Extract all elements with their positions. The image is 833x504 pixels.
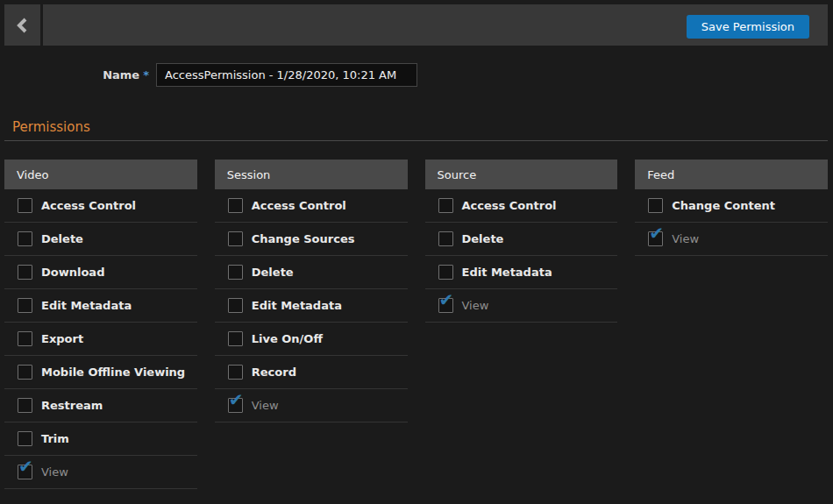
section-divider bbox=[4, 140, 828, 141]
permission-row[interactable]: ✔ View bbox=[425, 289, 618, 323]
permission-row[interactable]: ✔ Access Control bbox=[215, 189, 408, 223]
column-title: Session bbox=[227, 168, 271, 181]
permission-column: Session ✔ Access Control ✔ Change Source… bbox=[215, 160, 408, 422]
permission-row[interactable]: ✔ Record bbox=[215, 356, 408, 389]
checkbox[interactable]: ✔ bbox=[438, 298, 453, 313]
permission-row[interactable]: ✔ Access Control bbox=[4, 189, 197, 223]
permission-row[interactable]: ✔ Delete bbox=[215, 256, 408, 289]
checkbox[interactable]: ✔ bbox=[18, 298, 32, 313]
checkbox[interactable]: ✔ bbox=[18, 365, 32, 380]
permission-row[interactable]: ✔ Change Sources bbox=[215, 223, 408, 256]
checkmark-icon: ✔ bbox=[229, 391, 244, 408]
permission-label: Record bbox=[252, 366, 296, 379]
checkbox[interactable]: ✔ bbox=[18, 431, 32, 446]
checkbox[interactable]: ✔ bbox=[438, 265, 453, 280]
permission-row[interactable]: ✔ Download bbox=[4, 256, 197, 289]
permission-row[interactable]: ✔ Delete bbox=[4, 223, 197, 256]
permission-label: View bbox=[462, 299, 489, 312]
permission-row[interactable]: ✔ Trim bbox=[4, 422, 197, 456]
permission-label: Access Control bbox=[41, 199, 136, 212]
checkbox[interactable]: ✔ bbox=[18, 398, 32, 413]
checkmark-icon: ✔ bbox=[439, 291, 454, 309]
checkbox[interactable]: ✔ bbox=[18, 265, 32, 280]
permission-label: Live On/Off bbox=[252, 332, 323, 345]
permission-label: Change Content bbox=[672, 199, 775, 212]
checkbox[interactable]: ✔ bbox=[438, 231, 453, 246]
checkbox[interactable]: ✔ bbox=[228, 265, 243, 280]
permission-row[interactable]: ✔ View bbox=[635, 223, 828, 256]
permission-label: Edit Metadata bbox=[252, 299, 342, 312]
permission-label: Delete bbox=[41, 232, 83, 245]
name-label: Name* bbox=[0, 68, 149, 82]
permission-row[interactable]: ✔ Live On/Off bbox=[215, 323, 408, 356]
permission-row[interactable]: ✔ Edit Metadata bbox=[425, 256, 618, 289]
name-field-row: Name* bbox=[0, 63, 833, 87]
column-header: Feed bbox=[635, 160, 828, 189]
column-rows: ✔ Access Control ✔ Delete ✔ Download ✔ E… bbox=[4, 189, 197, 489]
back-button[interactable] bbox=[4, 4, 40, 46]
permission-label: Edit Metadata bbox=[462, 266, 552, 279]
column-header: Source bbox=[425, 160, 618, 189]
checkbox[interactable]: ✔ bbox=[228, 231, 243, 246]
permission-row[interactable]: ✔ Mobile Offline Viewing bbox=[4, 356, 197, 389]
topbar-background: Save Permission bbox=[43, 4, 828, 46]
column-rows: ✔ Access Control ✔ Delete ✔ Edit Metadat… bbox=[425, 189, 618, 323]
permission-row[interactable]: ✔ Access Control bbox=[425, 189, 618, 223]
permission-row[interactable]: ✔ Change Content bbox=[635, 189, 828, 223]
permission-row[interactable]: ✔ Edit Metadata bbox=[215, 289, 408, 323]
permission-label: Restream bbox=[41, 399, 103, 412]
name-input[interactable] bbox=[156, 63, 417, 87]
checkbox[interactable]: ✔ bbox=[228, 331, 243, 346]
permission-label: Change Sources bbox=[252, 232, 355, 245]
save-permission-button[interactable]: Save Permission bbox=[687, 15, 809, 39]
column-header: Video bbox=[4, 160, 197, 189]
checkbox[interactable]: ✔ bbox=[648, 231, 663, 246]
permission-row[interactable]: ✔ Delete bbox=[425, 223, 618, 256]
column-title: Source bbox=[438, 168, 477, 181]
permission-column: Feed ✔ Change Content ✔ View bbox=[635, 160, 828, 256]
permission-row[interactable]: ✔ Export bbox=[4, 323, 197, 356]
permission-label: Mobile Offline Viewing bbox=[41, 366, 185, 379]
checkbox[interactable]: ✔ bbox=[228, 298, 243, 313]
topbar: Save Permission bbox=[4, 4, 828, 46]
permission-label: View bbox=[41, 465, 68, 479]
column-title: Video bbox=[17, 168, 48, 181]
chevron-left-icon bbox=[16, 18, 30, 33]
permission-row[interactable]: ✔ View bbox=[4, 456, 197, 489]
column-title: Feed bbox=[647, 168, 674, 181]
checkbox[interactable]: ✔ bbox=[18, 465, 32, 479]
name-label-text: Name bbox=[103, 68, 139, 82]
permission-label: Delete bbox=[462, 232, 504, 245]
checkbox[interactable]: ✔ bbox=[18, 198, 32, 213]
permission-label: Access Control bbox=[462, 199, 557, 212]
permission-label: Download bbox=[41, 266, 104, 279]
checkbox[interactable]: ✔ bbox=[228, 398, 243, 413]
checkmark-icon: ✔ bbox=[18, 458, 33, 475]
checkbox[interactable]: ✔ bbox=[228, 365, 243, 380]
permission-column: Video ✔ Access Control ✔ Delete ✔ Downlo… bbox=[4, 160, 197, 489]
required-marker: * bbox=[143, 68, 149, 82]
checkbox[interactable]: ✔ bbox=[18, 331, 32, 346]
checkbox[interactable]: ✔ bbox=[18, 231, 32, 246]
permission-row[interactable]: ✔ View bbox=[215, 389, 408, 422]
permission-column: Source ✔ Access Control ✔ Delete ✔ Edit … bbox=[425, 160, 618, 323]
permission-label: Delete bbox=[252, 266, 294, 279]
column-rows: ✔ Change Content ✔ View bbox=[635, 189, 828, 256]
checkbox[interactable]: ✔ bbox=[648, 198, 663, 213]
permission-label: View bbox=[252, 399, 279, 412]
permission-label: Trim bbox=[41, 432, 69, 445]
permission-label: Access Control bbox=[252, 199, 346, 212]
checkbox[interactable]: ✔ bbox=[228, 198, 243, 213]
permission-label: Export bbox=[41, 332, 83, 345]
column-header: Session bbox=[215, 160, 408, 189]
permissions-columns: Video ✔ Access Control ✔ Delete ✔ Downlo… bbox=[4, 160, 828, 489]
checkbox[interactable]: ✔ bbox=[438, 198, 453, 213]
checkmark-icon: ✔ bbox=[649, 224, 664, 242]
section-title: Permissions bbox=[12, 119, 90, 135]
permission-label: View bbox=[672, 232, 699, 245]
permission-row[interactable]: ✔ Restream bbox=[4, 389, 197, 422]
column-rows: ✔ Access Control ✔ Change Sources ✔ Dele… bbox=[215, 189, 408, 422]
permission-row[interactable]: ✔ Edit Metadata bbox=[4, 289, 197, 323]
permission-label: Edit Metadata bbox=[41, 299, 132, 312]
